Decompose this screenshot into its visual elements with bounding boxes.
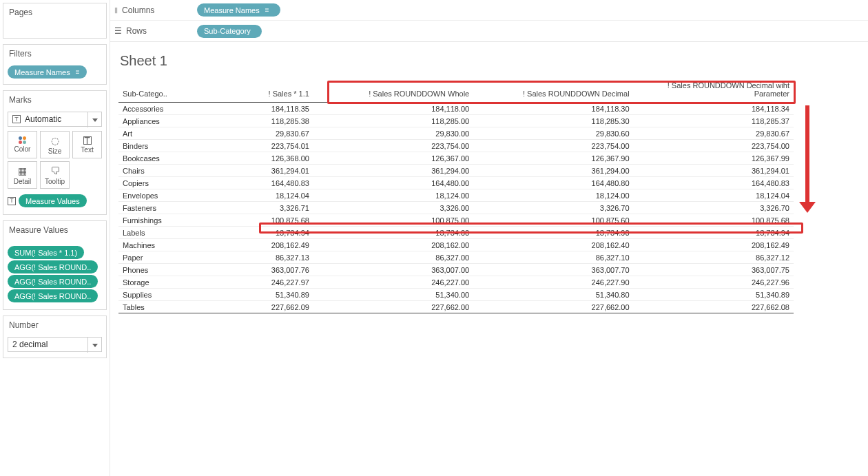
parameter-number-select[interactable]: 2 decimal	[8, 338, 87, 351]
cell-value[interactable]: 227,662.00	[473, 301, 633, 313]
cell-value[interactable]: 363,007.76	[195, 264, 313, 276]
column-header[interactable]: ! Sales ROUNDDOWN Decimal	[473, 79, 633, 103]
cell-value[interactable]: 3,326.70	[634, 202, 794, 214]
cell-value[interactable]: 227,662.08	[634, 301, 794, 313]
pages-shelf[interactable]: Pages	[3, 3, 107, 39]
cell-value[interactable]: 223,754.00	[473, 140, 633, 152]
column-header[interactable]: ! Sales ROUNDDOWN Decimal wihtParameter	[634, 79, 794, 103]
cell-value[interactable]: 3,326.71	[195, 202, 313, 214]
marks-text-pill-measure-values[interactable]: Measure Values	[19, 194, 87, 207]
cell-value[interactable]: 100,875.68	[195, 214, 313, 227]
cell-value[interactable]: 29,830.00	[313, 127, 473, 140]
cell-value[interactable]: 363,007.75	[634, 264, 794, 276]
table-row[interactable]: Chairs361,294.01361,294.00361,294.00361,…	[118, 165, 794, 177]
cell-value[interactable]: 246,227.96	[634, 276, 794, 289]
cell-value[interactable]: 100,875.60	[473, 214, 633, 227]
cell-value[interactable]: 164,480.00	[313, 177, 473, 189]
cell-value[interactable]: 51,340.80	[473, 289, 633, 301]
cell-value[interactable]: 51,340.89	[634, 289, 794, 301]
cell-value[interactable]: 184,118.30	[473, 103, 633, 115]
cell-value[interactable]: 126,367.99	[634, 152, 794, 165]
mark-type-dropdown-button[interactable]	[87, 112, 101, 127]
cell-value[interactable]: 18,124.00	[313, 189, 473, 202]
table-row[interactable]: Binders223,754.01223,754.00223,754.00223…	[118, 140, 794, 152]
cell-value[interactable]: 208,162.40	[473, 239, 633, 251]
table-row[interactable]: Appliances118,285.38118,285.00118,285.30…	[118, 115, 794, 127]
cell-value[interactable]: 361,294.00	[473, 165, 633, 177]
cell-value[interactable]: 100,875.00	[313, 214, 473, 227]
cell-value[interactable]: 118,285.00	[313, 115, 473, 127]
column-header[interactable]: ! Sales * 1.1	[195, 79, 313, 103]
row-header[interactable]: Bookcases	[118, 152, 195, 165]
table-row[interactable]: Bookcases126,368.00126,367.00126,367.901…	[118, 152, 794, 165]
row-header[interactable]: Accessories	[118, 103, 195, 115]
column-header[interactable]: Sub-Catego..	[118, 79, 195, 103]
marks-size-button[interactable]: ◌ Size	[40, 131, 70, 158]
row-header[interactable]: Labels	[118, 227, 195, 239]
cell-value[interactable]: 164,480.83	[634, 177, 794, 189]
rows-shelf[interactable]: ☰ Rows Sub-Category	[110, 21, 868, 41]
filters-pill-measure-names[interactable]: Measure Names ≡	[8, 65, 87, 79]
cell-value[interactable]: 184,118.00	[313, 103, 473, 115]
cell-value[interactable]: 361,294.01	[634, 165, 794, 177]
cell-value[interactable]: 126,367.00	[313, 152, 473, 165]
table-row[interactable]: Machines208,162.49208,162.00208,162.4020…	[118, 239, 794, 251]
cell-value[interactable]: 223,754.01	[195, 140, 313, 152]
cell-value[interactable]: 223,754.00	[634, 140, 794, 152]
cell-value[interactable]: 51,340.89	[195, 289, 313, 301]
cell-value[interactable]: 100,875.68	[634, 214, 794, 227]
row-header[interactable]: Furnishings	[118, 214, 195, 227]
mark-type-select[interactable]: T Automatic	[8, 112, 87, 126]
row-header[interactable]: Tables	[118, 301, 195, 313]
cell-value[interactable]: 184,118.34	[634, 103, 794, 115]
cell-value[interactable]: 363,007.00	[313, 264, 473, 276]
row-header[interactable]: Envelopes	[118, 189, 195, 202]
parameter-dropdown-button[interactable]	[87, 338, 101, 353]
cell-value[interactable]: 118,285.30	[473, 115, 633, 127]
cell-value[interactable]: 3,326.00	[313, 202, 473, 214]
cell-value[interactable]: 86,327.00	[313, 251, 473, 264]
cell-value[interactable]: 13,734.00	[313, 227, 473, 239]
measure-values-pill[interactable]: SUM(! Sales * 1.1)	[8, 246, 84, 259]
marks-detail-button[interactable]: ▦ Detail	[8, 161, 37, 189]
cell-value[interactable]: 361,294.01	[195, 165, 313, 177]
cell-value[interactable]: 18,124.04	[634, 189, 794, 202]
row-header[interactable]: Copiers	[118, 177, 195, 189]
cell-value[interactable]: 126,368.00	[195, 152, 313, 165]
rows-pill-sub-category[interactable]: Sub-Category	[197, 25, 262, 38]
row-header[interactable]: Machines	[118, 239, 195, 251]
cell-value[interactable]: 246,227.90	[473, 276, 633, 289]
cell-value[interactable]: 18,124.04	[195, 189, 313, 202]
marks-color-button[interactable]: Color	[8, 131, 37, 158]
sheet-title[interactable]: Sheet 1	[120, 53, 854, 69]
measure-values-pill[interactable]: AGG(! Sales ROUND..	[8, 260, 98, 273]
cell-value[interactable]: 164,480.80	[473, 177, 633, 189]
table-row[interactable]: Phones363,007.76363,007.00363,007.70363,…	[118, 264, 794, 276]
row-header[interactable]: Binders	[118, 140, 195, 152]
table-row[interactable]: Art29,830.6729,830.0029,830.6029,830.67	[118, 127, 794, 140]
row-header[interactable]: Art	[118, 127, 195, 140]
cell-value[interactable]: 246,227.00	[313, 276, 473, 289]
cell-value[interactable]: 361,294.00	[313, 165, 473, 177]
table-row[interactable]: Fasteners3,326.713,326.003,326.703,326.7…	[118, 202, 794, 214]
table-row[interactable]: Copiers164,480.83164,480.00164,480.80164…	[118, 177, 794, 189]
column-header[interactable]: ! Sales ROUNDDOWN Whole	[313, 79, 473, 103]
measure-values-pill[interactable]: AGG(! Sales ROUND..	[8, 275, 98, 288]
cell-value[interactable]: 13,734.90	[473, 227, 633, 239]
table-row[interactable]: Labels13,734.9413,734.0013,734.9013,734.…	[118, 227, 794, 239]
cell-value[interactable]: 126,367.90	[473, 152, 633, 165]
cell-value[interactable]: 208,162.49	[634, 239, 794, 251]
cell-value[interactable]: 118,285.38	[195, 115, 313, 127]
row-header[interactable]: Appliances	[118, 115, 195, 127]
cell-value[interactable]: 208,162.49	[195, 239, 313, 251]
table-row[interactable]: Furnishings100,875.68100,875.00100,875.6…	[118, 214, 794, 227]
cell-value[interactable]: 29,830.60	[473, 127, 633, 140]
cell-value[interactable]: 227,662.00	[313, 301, 473, 313]
columns-shelf[interactable]: ⦀ Columns Measure Names ≡	[110, 0, 868, 21]
table-row[interactable]: Paper86,327.1386,327.0086,327.1086,327.1…	[118, 251, 794, 264]
cell-value[interactable]: 227,662.09	[195, 301, 313, 313]
measure-values-pill[interactable]: AGG(! Sales ROUND..	[8, 289, 98, 302]
marks-tooltip-button[interactable]: 🗨 Tooltip	[40, 161, 70, 189]
cell-value[interactable]: 184,118.35	[195, 103, 313, 115]
cell-value[interactable]: 18,124.00	[473, 189, 633, 202]
